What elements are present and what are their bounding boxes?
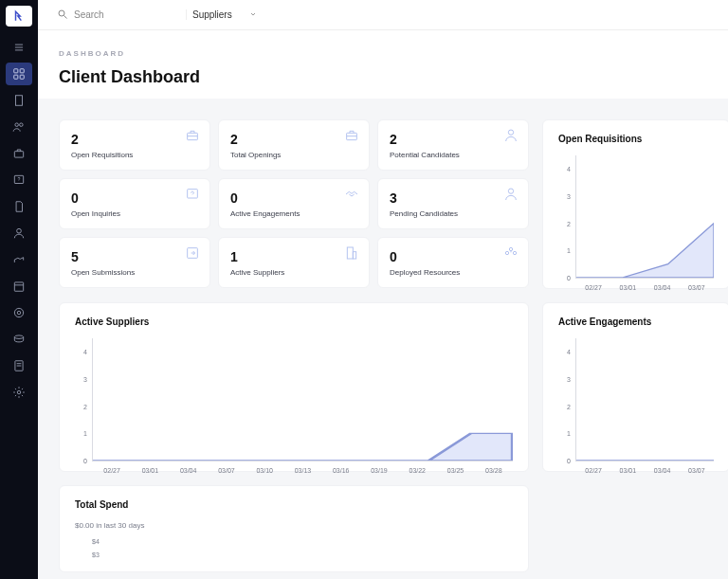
person-icon — [503, 128, 519, 147]
svg-point-20 — [17, 311, 21, 315]
stat-value: 0 — [230, 190, 357, 206]
nav-dashboard-icon[interactable] — [6, 63, 32, 85]
x-tick: 02/27 — [576, 467, 610, 474]
stat-card[interactable]: 0Active Engagements — [218, 178, 370, 229]
stat-label: Total Openings — [230, 151, 357, 159]
topbar: Suppliers — [38, 0, 728, 30]
x-tick: 03/07 — [680, 284, 714, 291]
svg-point-21 — [14, 335, 23, 339]
x-tick: 03/25 — [436, 467, 474, 474]
svg-point-25 — [17, 390, 21, 394]
x-tick: 03/04 — [170, 467, 208, 474]
active-engagements-chart-card: Active Engagements 0123402/2703/0103/040… — [542, 302, 728, 472]
nav-report-icon[interactable] — [6, 354, 32, 377]
nav-calendar-icon[interactable] — [6, 275, 32, 298]
stat-value: 2 — [390, 132, 517, 147]
y-tick: 0 — [76, 458, 91, 464]
stat-value: 5 — [71, 249, 198, 264]
svg-point-19 — [14, 308, 23, 317]
nav-building-icon[interactable] — [6, 89, 32, 112]
briefcase-icon — [185, 128, 200, 147]
svg-point-11 — [15, 123, 18, 127]
stat-card[interactable]: 0Deployed Resources — [377, 237, 529, 288]
stat-card[interactable]: 2Open Requisitions — [59, 119, 210, 171]
stat-card[interactable]: 3Pending Candidates — [377, 178, 529, 229]
svg-point-32 — [508, 130, 513, 135]
y-tick: 3 — [559, 193, 574, 200]
svg-line-27 — [64, 15, 67, 18]
chart-title: Active Engagements — [558, 317, 714, 327]
y-tick: $3 — [92, 549, 513, 562]
stat-label: Potential Candidates — [390, 151, 517, 159]
nav-coin-icon[interactable] — [6, 328, 32, 351]
stat-label: Open Submissions — [71, 268, 198, 277]
stat-value: 1 — [230, 249, 357, 264]
stat-card[interactable]: 5Open Submissions — [59, 237, 210, 288]
y-tick: 1 — [76, 430, 91, 437]
svg-point-39 — [505, 251, 508, 254]
svg-rect-37 — [353, 252, 355, 259]
svg-point-26 — [59, 10, 64, 16]
spend-subtitle: $0.00 in last 30 days — [75, 521, 513, 530]
person-icon — [503, 187, 519, 206]
search-wrap — [57, 7, 178, 24]
nav-deploy-icon[interactable] — [6, 248, 32, 271]
main: DASHBOARD Client Dashboard 2Open Requisi… — [38, 30, 728, 579]
stat-label: Open Requisitions — [71, 151, 198, 159]
stat-label: Active Engagements — [230, 209, 357, 218]
category-select[interactable]: Suppliers — [186, 9, 263, 20]
stat-card[interactable]: 0Open Inquiries — [59, 178, 210, 229]
page-title: Client Dashboard — [59, 67, 707, 87]
stat-label: Active Suppliers — [230, 268, 357, 277]
y-tick: 1 — [559, 430, 574, 437]
logo[interactable] — [6, 6, 32, 27]
stat-card[interactable]: 1Active Suppliers — [218, 237, 370, 288]
breadcrumb: DASHBOARD — [59, 49, 707, 58]
y-tick: 2 — [559, 220, 574, 226]
handshake-icon — [344, 187, 359, 206]
x-tick: 03/22 — [398, 467, 436, 474]
stat-value: 0 — [390, 249, 517, 264]
nav-team-icon[interactable] — [6, 116, 32, 138]
chart-body: 0123402/2703/0103/0403/07 — [575, 155, 714, 279]
x-tick: 02/27 — [93, 467, 131, 474]
team-icon — [503, 245, 519, 264]
stat-card[interactable]: 2Total Openings — [218, 119, 370, 171]
chart-title: Total Spend — [75, 499, 513, 510]
stat-card[interactable]: 2Potential Candidates — [377, 119, 529, 171]
svg-point-12 — [20, 123, 23, 127]
search-icon — [57, 7, 68, 24]
nav-briefcase-icon[interactable] — [6, 142, 32, 165]
chart-title: Open Requisitions — [558, 134, 714, 144]
nav-settings-icon[interactable] — [6, 381, 32, 404]
x-tick: 03/10 — [246, 467, 283, 474]
y-tick: 2 — [559, 403, 574, 409]
nav-target-icon[interactable] — [6, 301, 32, 324]
nav-list-icon[interactable] — [6, 36, 32, 59]
nav-user-icon[interactable] — [6, 222, 32, 244]
svg-rect-6 — [14, 75, 18, 79]
y-tick: 0 — [559, 458, 574, 464]
x-tick: 03/07 — [680, 467, 714, 474]
search-input[interactable] — [74, 9, 178, 20]
x-tick: 03/13 — [283, 467, 321, 474]
content: 2Open Requisitions2Total Openings2Potent… — [38, 99, 728, 572]
stat-value: 2 — [71, 132, 198, 147]
x-tick: 03/28 — [475, 467, 513, 474]
x-tick: 03/01 — [610, 467, 645, 474]
y-tick: 4 — [559, 166, 574, 172]
nav-inquiry-icon[interactable]: ? — [6, 169, 32, 191]
stat-value: 3 — [390, 190, 517, 206]
svg-text:?: ? — [18, 176, 21, 182]
stat-value: 0 — [71, 190, 198, 206]
svg-rect-8 — [16, 96, 23, 106]
nav-document-icon[interactable] — [6, 195, 32, 218]
active-suppliers-chart-card: Active Suppliers 0123402/2703/0103/0403/… — [59, 302, 529, 472]
svg-rect-36 — [347, 247, 353, 259]
svg-point-34 — [508, 189, 513, 193]
svg-point-16 — [17, 228, 22, 233]
open-requisitions-chart-card: Open Requisitions 0123402/2703/0103/0403… — [542, 119, 728, 289]
y-tick: 2 — [76, 403, 91, 409]
y-tick: 3 — [559, 376, 574, 383]
svg-rect-4 — [14, 69, 18, 73]
